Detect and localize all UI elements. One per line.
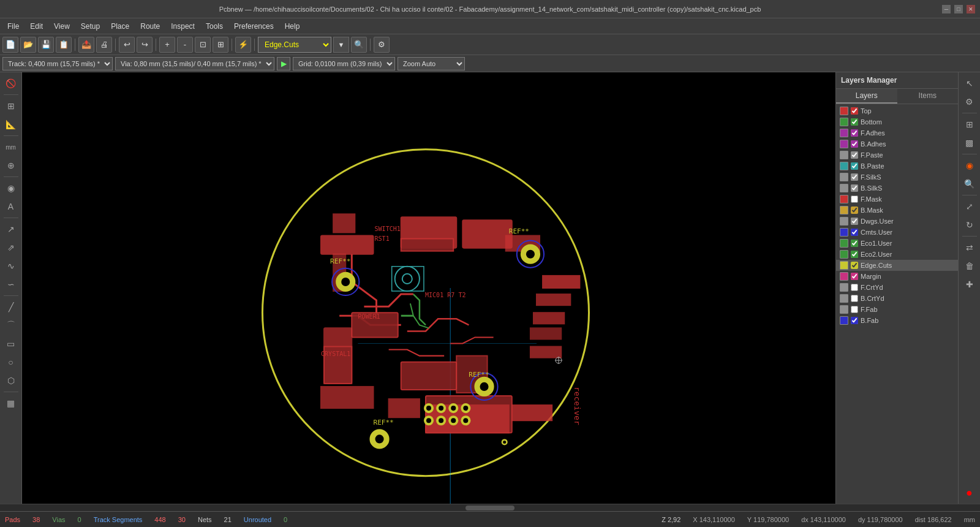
zoom-selector[interactable]: Zoom Auto (398, 57, 465, 70)
copper-fill-tool[interactable]: ▩ (961, 134, 978, 151)
layer-visibility-checkbox[interactable] (851, 207, 858, 214)
tab-items[interactable]: Items (897, 89, 959, 104)
grid-origin-tool[interactable]: ⊕ (2, 157, 20, 174)
layer-visibility-checkbox[interactable] (851, 118, 858, 126)
net-inspector-button[interactable]: 🔍 (351, 37, 367, 53)
tune-track-tool[interactable]: ∿ (2, 257, 20, 275)
maximize-button[interactable]: □ (954, 5, 963, 13)
layer-row[interactable]: B.Paste (836, 161, 958, 172)
menu-setup[interactable]: Setup (76, 21, 105, 32)
layer-visibility-checkbox[interactable] (851, 317, 858, 324)
draw-circle-tool[interactable]: ○ (2, 354, 20, 371)
layer-selector[interactable]: Edge.Cuts (258, 37, 331, 53)
layer-align-tool[interactable]: ⊞ (961, 116, 978, 133)
route-track-tool[interactable]: ↗ (2, 221, 20, 238)
layer-visibility-checkbox[interactable] (851, 107, 858, 115)
layer-row[interactable]: Edge.Cuts (836, 260, 958, 271)
redo-button[interactable]: ↪ (137, 37, 153, 53)
canvas-area[interactable]: REF** REF** REF** REF** SWITCH1 RST1 CRY… (22, 72, 835, 504)
layer-row[interactable]: F.CrtYd (836, 282, 958, 293)
layer-row[interactable]: F.Adhes (836, 127, 958, 138)
undo-button[interactable]: ↩ (119, 37, 135, 53)
menu-edit[interactable]: Edit (25, 21, 48, 32)
layer-visibility-checkbox[interactable] (851, 273, 858, 280)
via-selector[interactable]: Via: 0,80 mm (31,5 mils)/ 0,40 mm (15,7 … (115, 57, 274, 70)
layer-row[interactable]: B.Adhes (836, 138, 958, 150)
scrollbar-thumb[interactable] (466, 506, 514, 510)
layer-row[interactable]: F.Fab (836, 304, 958, 315)
layer-visibility-checkbox[interactable] (851, 218, 858, 225)
layer-row[interactable]: Cmts.User (836, 227, 958, 238)
plane-tool[interactable]: ▦ (2, 395, 20, 412)
select-arrow-tool[interactable]: ↖ (961, 75, 978, 92)
unit-toggle[interactable]: mm (2, 138, 20, 156)
layer-row[interactable]: B.Mask (836, 205, 958, 216)
layer-visibility-checkbox[interactable] (851, 195, 858, 203)
drc-button[interactable]: ⚡ (235, 37, 251, 53)
net-highlight-tool[interactable]: ◉ (961, 157, 978, 174)
menu-tools[interactable]: Tools (201, 21, 228, 32)
layer-visibility-checkbox[interactable] (851, 129, 858, 137)
tab-layers[interactable]: Layers (836, 89, 897, 104)
place-pad-tool[interactable]: ◉ (2, 180, 20, 197)
save-button[interactable]: 💾 (38, 37, 54, 53)
layer-visibility-checkbox[interactable] (851, 295, 858, 302)
layer-row[interactable]: Eco2.User (836, 249, 958, 260)
delete-tool[interactable]: 🗑 (961, 257, 978, 275)
layer-row[interactable]: Eco1.User (836, 238, 958, 249)
highlight-net-tool[interactable]: ⊞ (2, 97, 20, 115)
menu-preferences[interactable]: Preferences (229, 21, 279, 32)
menu-place[interactable]: Place (106, 21, 134, 32)
draw-rect-tool[interactable]: ▭ (2, 335, 20, 352)
page-settings-button[interactable]: 📋 (56, 37, 72, 53)
layer-visibility-checkbox[interactable] (851, 229, 858, 236)
zoom-area-button[interactable]: ⊞ (213, 37, 228, 53)
board-setup-button[interactable]: ⚙ (374, 37, 390, 53)
layer-row[interactable]: Margin (836, 271, 958, 282)
flip-tool[interactable]: ⇄ (961, 239, 978, 256)
layer-row[interactable]: F.Mask (836, 194, 958, 205)
pdf-button[interactable]: 📤 (78, 37, 94, 53)
menu-route[interactable]: Route (135, 21, 165, 32)
minimize-button[interactable]: ─ (942, 5, 951, 13)
rotate-tool[interactable]: ↻ (961, 216, 978, 233)
layer-visibility-checkbox[interactable] (851, 184, 858, 192)
route-diff-tool[interactable]: ⇗ (2, 239, 20, 256)
new-button[interactable]: 📄 (2, 37, 18, 53)
draw-arc-tool[interactable]: ⌒ (2, 317, 20, 334)
layer-row[interactable]: B.CrtYd (836, 293, 958, 304)
layer-row[interactable]: Bottom (836, 116, 958, 127)
search-tool[interactable]: 🔍 (961, 175, 978, 192)
place-text-tool[interactable]: A (2, 198, 20, 215)
layer-visibility-checkbox[interactable] (851, 173, 858, 181)
layer-visibility-checkbox[interactable] (851, 240, 858, 247)
add-tool[interactable]: ✚ (961, 276, 978, 293)
layer-visibility-checkbox[interactable] (851, 251, 858, 258)
draw-line-tool[interactable]: ╱ (2, 298, 20, 316)
select-tool[interactable]: 🚫 (2, 75, 20, 92)
menu-view[interactable]: View (49, 21, 75, 32)
layer-dropdown-button[interactable]: ▼ (333, 37, 349, 53)
tune-diff-tool[interactable]: ∽ (2, 276, 20, 293)
draw-polygon-tool[interactable]: ⬡ (2, 372, 20, 389)
layer-row[interactable]: Top (836, 105, 958, 116)
layer-visibility-checkbox[interactable] (851, 262, 858, 269)
zoom-fit-tool[interactable]: ⤢ (961, 198, 978, 215)
layer-row[interactable]: B.Fab (836, 315, 958, 326)
zoom-in-button[interactable]: + (159, 37, 175, 53)
drc-status-icon[interactable]: ▶ (277, 57, 290, 70)
layer-row[interactable]: B.SilkS (836, 183, 958, 194)
menu-inspect[interactable]: Inspect (166, 21, 200, 32)
zoom-fit-button[interactable]: ⊡ (195, 37, 211, 53)
bottom-scrollbar[interactable] (0, 504, 980, 511)
print-button[interactable]: 🖨 (96, 37, 112, 53)
menu-file[interactable]: File (2, 21, 24, 32)
layer-visibility-checkbox[interactable] (851, 306, 858, 313)
close-button[interactable]: ✕ (967, 5, 975, 13)
track-selector[interactable]: Track: 0,400 mm (15,75 mils) * (2, 57, 113, 70)
layer-visibility-checkbox[interactable] (851, 151, 858, 159)
layer-visibility-checkbox[interactable] (851, 162, 858, 170)
measure-tool[interactable]: 📐 (2, 116, 20, 133)
menu-help[interactable]: Help (280, 21, 305, 32)
pcb-settings-tool[interactable]: ⚙ (961, 93, 978, 110)
